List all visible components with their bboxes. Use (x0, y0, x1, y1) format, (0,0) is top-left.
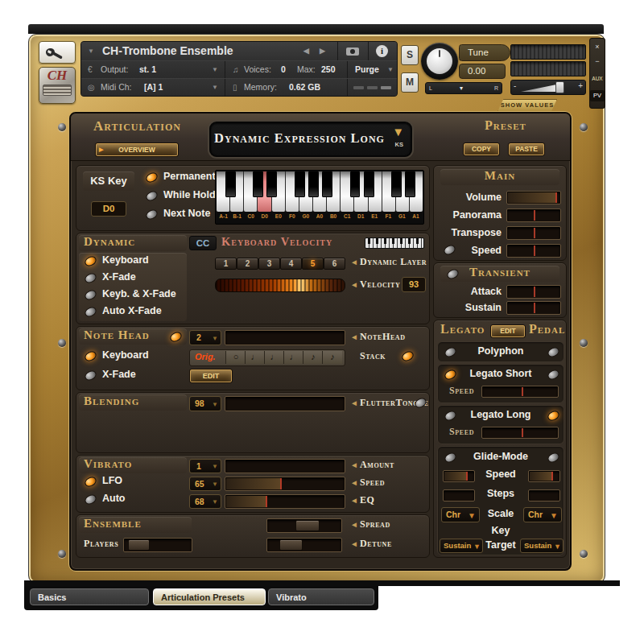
layer-button-6[interactable]: 6 (324, 258, 345, 270)
piano-black-key[interactable] (295, 171, 305, 197)
note-glyph-half[interactable]: ♩ (245, 351, 265, 364)
stack-led[interactable] (400, 349, 415, 363)
tab-vibrato[interactable]: Vibrato (268, 588, 374, 605)
aux-button[interactable]: AUX (590, 74, 605, 84)
legato-long-speed-slider[interactable] (481, 427, 559, 439)
volume-minus[interactable]: - (514, 81, 516, 90)
tune-value[interactable]: 0.00 (459, 64, 506, 79)
piano-black-key[interactable] (253, 171, 263, 197)
prev-instrument-icon[interactable]: ◀ (303, 42, 309, 60)
ks-key-value[interactable]: D0 (91, 201, 126, 217)
orig-note-strip[interactable]: Orig. ○ ♩ ♩ ♩ ♪ ♪ (189, 349, 345, 366)
dynamic-option-auto-xfade[interactable]: Auto X-Fade (102, 305, 162, 316)
ks-option-next-note[interactable]: Next Note (163, 208, 210, 219)
legato-short-speed-slider[interactable] (481, 386, 559, 398)
note-glyph-eighth[interactable]: ♪ (303, 351, 323, 364)
info-button[interactable]: i (368, 42, 397, 60)
lfo-led[interactable] (83, 475, 97, 489)
ks-option-while-hold[interactable]: While Hold (163, 189, 216, 200)
vibrato-speed-slider[interactable] (225, 477, 345, 491)
output-value[interactable]: st. 1 (139, 61, 156, 78)
piano-black-key[interactable] (266, 171, 277, 197)
note-head-xfade-led[interactable] (83, 369, 97, 382)
spread-slider[interactable] (266, 518, 342, 533)
midi-dropdown-icon[interactable]: ▼ (212, 79, 218, 96)
layer-button-5[interactable]: 5 (302, 258, 324, 270)
midi-value[interactable]: [A] 1 (144, 79, 163, 96)
glide-mode-label[interactable]: Glide-Mode (438, 451, 564, 462)
ks-next-note-led[interactable] (144, 208, 159, 221)
wrench-button[interactable] (39, 41, 76, 64)
snapshot-camera-button[interactable] (337, 42, 368, 60)
dynamic-option-xfade[interactable]: X-Fade (102, 271, 136, 283)
articulation-display[interactable]: Dynamic Expression Long ▼ KS (209, 122, 412, 157)
main-panorama-slider[interactable] (506, 208, 561, 222)
polyphon-label[interactable]: Polyphon (438, 345, 564, 357)
note-glyph-quarter[interactable]: ♩ (283, 351, 303, 364)
target-dropdown-right[interactable]: Sustain ▼ (520, 539, 564, 553)
vibrato-eq-slider[interactable] (225, 494, 345, 509)
close-button[interactable]: × (590, 42, 605, 52)
players-slider[interactable] (123, 538, 192, 552)
auto-label[interactable]: Auto (102, 493, 125, 504)
dynamic-option-keyb-xfade[interactable]: Keyb. & X-Fade (102, 288, 176, 299)
vibrato-eq-dropdown[interactable]: 68 ▼ (189, 494, 221, 509)
auto-led[interactable] (83, 493, 97, 506)
legato-long-label[interactable]: Legato Long (438, 409, 564, 420)
blending-slider[interactable] (225, 396, 345, 411)
glide-steps-slider-right[interactable] (528, 489, 560, 502)
note-head-dropdown[interactable]: 2 ▼ (189, 330, 221, 345)
pan-slider[interactable]: L ▾ R (425, 82, 502, 94)
tab-articulation-presets[interactable]: Articulation Presets (153, 588, 266, 605)
detune-slider[interactable] (266, 538, 342, 552)
show-values-ribbon[interactable]: SHOW VALUES (497, 99, 557, 112)
attack-slider[interactable] (506, 285, 561, 299)
purge-button[interactable]: Purge (355, 61, 379, 78)
layer-button-1[interactable]: 1 (215, 258, 237, 270)
layer-button-4[interactable]: 4 (280, 258, 302, 270)
note-glyph-eighth[interactable]: ♪ (322, 351, 342, 364)
pv-button[interactable]: PV (590, 90, 605, 101)
orig-label[interactable]: Orig. (195, 352, 216, 361)
ks-piano[interactable]: A-1B-1C0D0E0F0G0A0B0C1D1E1F1G1A1 (215, 170, 424, 225)
mute-button[interactable]: M (401, 72, 419, 93)
vibrato-amount-dropdown[interactable]: 1 ▼ (189, 459, 221, 473)
piano-black-key[interactable] (391, 171, 402, 197)
main-transpose-slider[interactable] (506, 226, 561, 240)
volume-handle[interactable] (555, 81, 564, 93)
minimize-button[interactable]: − (590, 56, 605, 66)
volume-slider[interactable]: - + (510, 80, 586, 95)
volume-plus[interactable]: + (578, 81, 583, 90)
piano-black-key[interactable] (225, 171, 236, 197)
vibrato-amount-slider[interactable] (225, 459, 345, 473)
piano-black-key[interactable] (405, 171, 415, 197)
note-head-slider[interactable] (225, 330, 345, 345)
overview-button[interactable]: ▶ OVERVIEW (95, 142, 179, 157)
piano-black-key[interactable] (308, 171, 319, 197)
vibrato-speed-dropdown[interactable]: 65 ▼ (189, 477, 221, 491)
layer-button-2[interactable]: 2 (237, 258, 258, 270)
dynamic-option-keyboard[interactable]: Keyboard (102, 254, 149, 266)
legato-short-label[interactable]: Legato Short (438, 368, 564, 379)
ks-option-permanent[interactable]: Permanent (163, 171, 216, 182)
cc-button[interactable]: CC (189, 236, 217, 250)
legato-edit-button[interactable]: EDIT (490, 324, 526, 338)
glide-speed-slider-right[interactable] (528, 470, 560, 482)
piano-black-key[interactable] (350, 171, 361, 197)
note-glyph-whole[interactable]: ○ (225, 351, 246, 364)
note-glyph-quarter[interactable]: ♩ (264, 351, 284, 364)
note-head-keyboard-led[interactable] (83, 349, 97, 363)
solo-button[interactable]: S (401, 45, 419, 65)
tab-basics[interactable]: Basics (30, 588, 149, 605)
copy-button[interactable]: COPY (463, 142, 500, 156)
paste-button[interactable]: PASTE (508, 142, 545, 156)
ks-while-hold-led[interactable] (144, 189, 159, 203)
velocity-gradient-bar[interactable] (215, 279, 345, 292)
lfo-label[interactable]: LFO (102, 475, 122, 486)
velocity-value[interactable]: 93 (402, 277, 426, 292)
tune-knob[interactable] (421, 43, 458, 80)
main-volume-slider[interactable] (506, 191, 561, 204)
max-value[interactable]: 250 (321, 61, 336, 78)
note-head-option-keyboard[interactable]: Keyboard (102, 349, 149, 361)
output-dropdown-icon[interactable]: ▼ (212, 61, 218, 78)
